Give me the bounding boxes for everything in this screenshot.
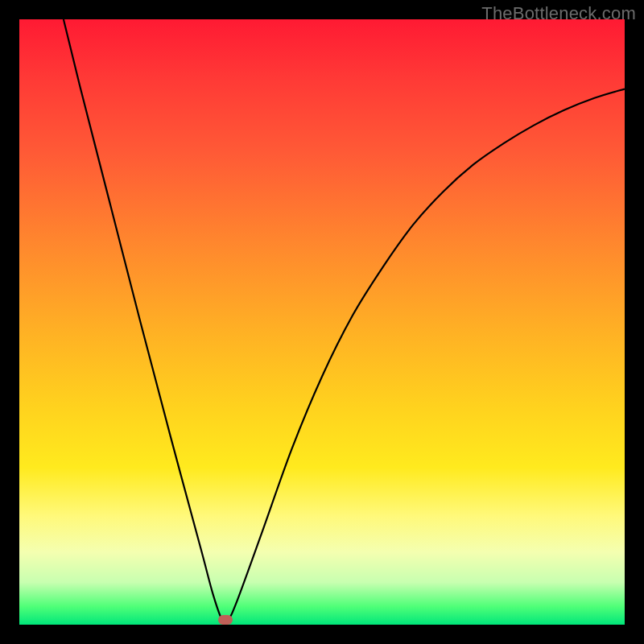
watermark-text: TheBottleneck.com	[481, 3, 636, 24]
bottleneck-curve	[19, 19, 625, 625]
chart-frame: TheBottleneck.com	[0, 0, 644, 644]
plot-area	[19, 19, 625, 625]
optimum-marker	[218, 615, 233, 625]
curve-path	[64, 19, 625, 622]
